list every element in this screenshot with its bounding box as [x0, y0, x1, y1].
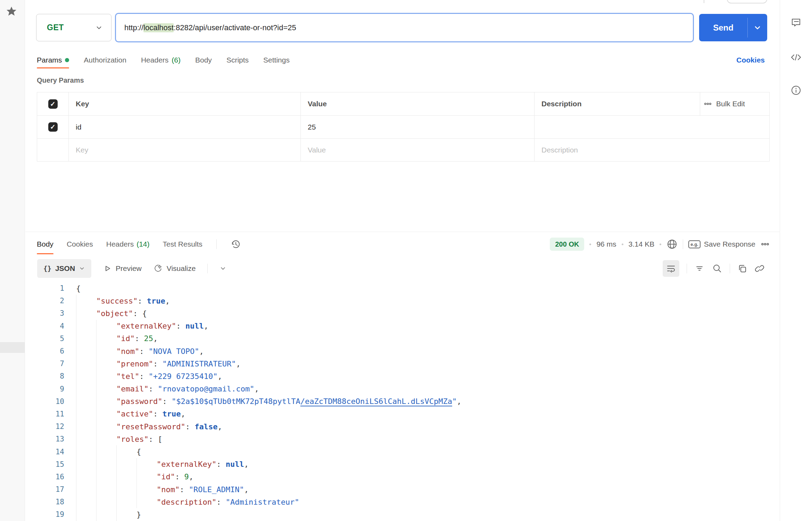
code-text: "externalKey": null,: [76, 320, 208, 332]
response-tabs: Body Cookies Headers (14) Test Results: [37, 235, 241, 254]
code-token: "prenom": [116, 357, 153, 370]
code-token: :: [185, 420, 195, 433]
indent-guide: [76, 496, 96, 508]
line-number: 7: [25, 359, 64, 368]
line-number: 19: [25, 510, 64, 519]
code-text: "externalKey": null,: [76, 458, 249, 471]
tab-params[interactable]: Params: [37, 52, 69, 68]
indent-guide: [76, 483, 96, 496]
code-token: null: [185, 320, 204, 332]
indent-guide: [76, 307, 96, 320]
tab-label: Scripts: [226, 56, 249, 64]
comments-icon[interactable]: [790, 17, 802, 28]
line-number: 9: [25, 385, 64, 393]
send-options-button[interactable]: [748, 14, 767, 41]
tab-body[interactable]: Body: [195, 52, 212, 68]
code-token: "success": [96, 295, 138, 307]
new-key-field[interactable]: Key: [69, 139, 301, 161]
bulk-edit-button[interactable]: Bulk Edit: [700, 92, 770, 115]
divider: [216, 239, 217, 249]
code-token: : [: [149, 433, 163, 445]
send-button[interactable]: Send: [699, 14, 767, 41]
line-number: 3: [25, 309, 64, 317]
right-rail: [780, 0, 812, 521]
indent-guide: [96, 395, 116, 408]
info-icon[interactable]: [790, 84, 802, 96]
code-token: ,: [244, 483, 249, 496]
column-header-description: Description: [535, 92, 700, 115]
save-response-label: Save Response: [704, 240, 755, 248]
code-token: :: [135, 332, 144, 345]
query-params-title: Query Params: [37, 76, 84, 84]
param-description-field[interactable]: [535, 116, 770, 138]
method-select[interactable]: GET: [36, 14, 111, 41]
indent-guide: [96, 471, 116, 483]
url-input[interactable]: http://localhost:8282/api/user/activate-…: [115, 13, 694, 42]
cookies-link[interactable]: Cookies: [736, 52, 765, 68]
code-token: ,: [244, 458, 249, 471]
star-icon[interactable]: [6, 6, 17, 17]
preview-label: Preview: [116, 264, 142, 273]
tab-headers[interactable]: Headers (6): [141, 52, 181, 68]
indent-guide: [96, 433, 116, 445]
chevron-down-icon: [95, 24, 103, 32]
new-value-field[interactable]: Value: [301, 139, 535, 161]
line-number: 17: [25, 485, 64, 494]
visualize-label: Visualize: [167, 264, 196, 273]
tab-response-cookies[interactable]: Cookies: [67, 235, 93, 254]
new-description-field[interactable]: Description: [535, 139, 770, 161]
select-all-checkbox[interactable]: [48, 99, 58, 109]
param-value-field[interactable]: 25: [301, 116, 535, 138]
tab-settings[interactable]: Settings: [263, 52, 290, 68]
history-icon[interactable]: [230, 239, 241, 250]
code-line: 9"email": "rnovatopo@gmail.com",: [25, 383, 780, 395]
globe-icon[interactable]: [666, 239, 678, 250]
code-text: "id": 9,: [76, 471, 193, 483]
tab-label: Body: [195, 56, 212, 64]
more-options-icon[interactable]: [761, 240, 770, 249]
code-token: ,: [254, 383, 259, 395]
copy-button[interactable]: [737, 264, 747, 273]
filter-icon: [694, 263, 705, 274]
tab-count: (14): [136, 240, 149, 248]
code-icon[interactable]: [790, 51, 802, 63]
code-text: "tel": "+229 67235410",: [76, 370, 222, 382]
code-token: "id": [157, 471, 175, 483]
search-button[interactable]: [712, 263, 722, 274]
param-key-field[interactable]: id: [69, 116, 301, 138]
line-number: 1: [25, 284, 64, 292]
code-token: :: [139, 345, 149, 357]
visualize-button[interactable]: Visualize: [154, 264, 196, 273]
code-line: 17"nom": "ROLE_ADMIN",: [25, 483, 780, 496]
app-window: GET http://localhost:8282/api/user/activ…: [0, 0, 812, 521]
code-token: ,: [181, 408, 185, 420]
code-link-token[interactable]: /eaZcTDM88ceOniLS6lCahL.dLsVCpMZa: [300, 395, 452, 408]
param-checkbox[interactable]: [48, 122, 58, 132]
tab-response-body[interactable]: Body: [37, 235, 53, 254]
tab-test-results[interactable]: Test Results: [163, 235, 202, 254]
code-token: true: [147, 295, 165, 307]
wrap-text-button[interactable]: [663, 260, 679, 277]
indent-guide: [96, 496, 116, 508]
save-response-button[interactable]: e.g. Save Response: [688, 240, 755, 248]
url-prefix: http://: [124, 23, 143, 32]
url-highlight: localhost: [143, 23, 174, 32]
tab-scripts[interactable]: Scripts: [226, 52, 249, 68]
filter-button[interactable]: [694, 263, 705, 274]
indent-guide: [96, 345, 116, 357]
code-line: 3"object": {: [25, 307, 780, 320]
code-token: "description": [157, 496, 216, 508]
code-token: :: [176, 320, 185, 332]
link-button[interactable]: [754, 263, 765, 274]
format-select[interactable]: {} JSON: [37, 259, 91, 278]
code-token: :: [216, 458, 226, 471]
example-icon: e.g.: [688, 240, 700, 248]
code-token: "email": [116, 383, 149, 395]
indent-guide: [76, 420, 96, 433]
code-token: "rnovatopo@gmail.com": [158, 383, 254, 395]
chevron-down-icon[interactable]: [219, 265, 226, 272]
tab-response-headers[interactable]: Headers (14): [106, 235, 150, 254]
indent-guide: [96, 320, 116, 332]
preview-button[interactable]: Preview: [103, 264, 142, 273]
tab-authorization[interactable]: Authorization: [84, 52, 126, 68]
